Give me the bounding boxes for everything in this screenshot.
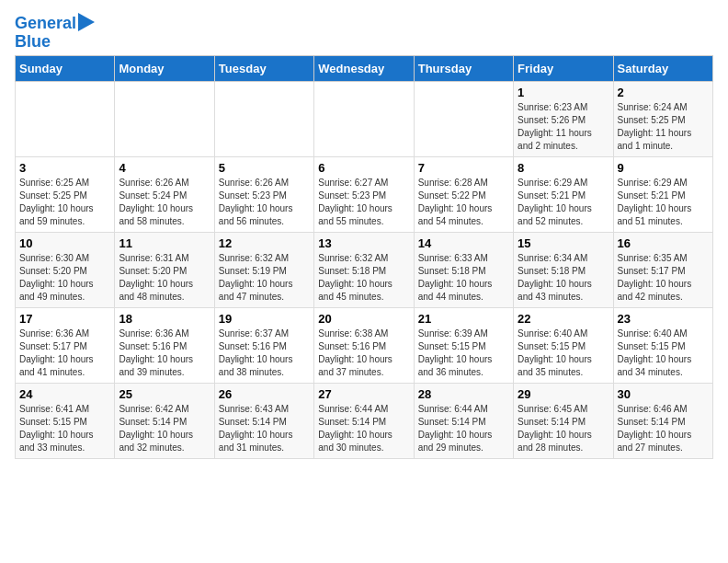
day-number: 24	[19, 387, 110, 401]
calendar-cell: 26Sunrise: 6:43 AM Sunset: 5:14 PM Dayli…	[214, 383, 313, 458]
day-number: 18	[119, 312, 210, 326]
day-number: 23	[618, 312, 709, 326]
day-number: 10	[19, 236, 110, 250]
day-info: Sunrise: 6:43 AM Sunset: 5:14 PM Dayligh…	[219, 403, 310, 454]
calendar-cell: 9Sunrise: 6:29 AM Sunset: 5:21 PM Daylig…	[613, 156, 712, 232]
logo-arrow-icon	[78, 13, 95, 31]
calendar-cell: 16Sunrise: 6:35 AM Sunset: 5:17 PM Dayli…	[613, 232, 712, 307]
calendar-week-row: 24Sunrise: 6:41 AM Sunset: 5:15 PM Dayli…	[16, 383, 713, 458]
calendar-cell: 5Sunrise: 6:26 AM Sunset: 5:23 PM Daylig…	[214, 156, 313, 232]
day-number: 21	[418, 312, 509, 326]
day-number: 4	[119, 161, 210, 175]
day-number: 5	[219, 161, 310, 175]
day-info: Sunrise: 6:31 AM Sunset: 5:20 PM Dayligh…	[119, 252, 210, 304]
calendar-cell: 22Sunrise: 6:40 AM Sunset: 5:15 PM Dayli…	[514, 307, 613, 383]
calendar-cell: 14Sunrise: 6:33 AM Sunset: 5:18 PM Dayli…	[414, 232, 513, 307]
calendar-cell: 15Sunrise: 6:34 AM Sunset: 5:18 PM Dayli…	[514, 232, 613, 307]
calendar-body: 1Sunrise: 6:23 AM Sunset: 5:26 PM Daylig…	[16, 81, 713, 458]
day-number: 2	[618, 86, 709, 99]
calendar-cell: 28Sunrise: 6:44 AM Sunset: 5:14 PM Dayli…	[414, 383, 513, 458]
calendar-cell: 1Sunrise: 6:23 AM Sunset: 5:26 PM Daylig…	[514, 81, 613, 156]
day-number: 15	[518, 236, 609, 250]
calendar-cell: 12Sunrise: 6:32 AM Sunset: 5:19 PM Dayli…	[214, 232, 313, 307]
calendar-cell	[314, 81, 414, 156]
day-number: 17	[19, 312, 110, 326]
calendar-cell: 19Sunrise: 6:37 AM Sunset: 5:16 PM Dayli…	[214, 307, 313, 383]
calendar-cell	[16, 81, 115, 156]
day-number: 11	[119, 236, 210, 250]
calendar-cell: 23Sunrise: 6:40 AM Sunset: 5:15 PM Dayli…	[613, 307, 712, 383]
day-info: Sunrise: 6:25 AM Sunset: 5:25 PM Dayligh…	[19, 177, 110, 228]
day-number: 30	[618, 387, 709, 401]
day-number: 14	[418, 236, 509, 250]
day-info: Sunrise: 6:39 AM Sunset: 5:15 PM Dayligh…	[418, 327, 509, 379]
day-number: 16	[618, 236, 709, 250]
weekday-header-row: SundayMondayTuesdayWednesdayThursdayFrid…	[16, 55, 713, 81]
calendar-cell: 6Sunrise: 6:27 AM Sunset: 5:23 PM Daylig…	[314, 156, 414, 232]
day-info: Sunrise: 6:34 AM Sunset: 5:18 PM Dayligh…	[518, 252, 609, 304]
calendar-week-row: 10Sunrise: 6:30 AM Sunset: 5:20 PM Dayli…	[16, 232, 713, 307]
day-number: 6	[318, 161, 409, 175]
day-info: Sunrise: 6:35 AM Sunset: 5:17 PM Dayligh…	[618, 252, 709, 304]
calendar-cell: 7Sunrise: 6:28 AM Sunset: 5:22 PM Daylig…	[414, 156, 513, 232]
day-number: 12	[219, 236, 310, 250]
weekday-header-cell: Tuesday	[214, 55, 313, 81]
weekday-header-cell: Sunday	[16, 55, 115, 81]
day-info: Sunrise: 6:29 AM Sunset: 5:21 PM Dayligh…	[618, 177, 709, 228]
weekday-header-cell: Thursday	[414, 55, 513, 81]
day-info: Sunrise: 6:26 AM Sunset: 5:24 PM Dayligh…	[119, 177, 210, 228]
calendar-cell: 3Sunrise: 6:25 AM Sunset: 5:25 PM Daylig…	[16, 156, 115, 232]
day-info: Sunrise: 6:36 AM Sunset: 5:17 PM Dayligh…	[19, 327, 110, 379]
day-number: 8	[518, 161, 609, 175]
calendar-cell: 29Sunrise: 6:45 AM Sunset: 5:14 PM Dayli…	[514, 383, 613, 458]
calendar-week-row: 17Sunrise: 6:36 AM Sunset: 5:17 PM Dayli…	[16, 307, 713, 383]
weekday-header-cell: Friday	[514, 55, 613, 81]
logo-text: General	[15, 15, 76, 33]
calendar-cell: 4Sunrise: 6:26 AM Sunset: 5:24 PM Daylig…	[115, 156, 214, 232]
day-info: Sunrise: 6:30 AM Sunset: 5:20 PM Dayligh…	[19, 252, 110, 304]
day-info: Sunrise: 6:41 AM Sunset: 5:15 PM Dayligh…	[19, 403, 110, 454]
day-info: Sunrise: 6:33 AM Sunset: 5:18 PM Dayligh…	[418, 252, 509, 304]
day-info: Sunrise: 6:46 AM Sunset: 5:14 PM Dayligh…	[618, 403, 709, 454]
calendar-cell: 8Sunrise: 6:29 AM Sunset: 5:21 PM Daylig…	[514, 156, 613, 232]
day-info: Sunrise: 6:36 AM Sunset: 5:16 PM Dayligh…	[119, 327, 210, 379]
calendar-cell: 18Sunrise: 6:36 AM Sunset: 5:16 PM Dayli…	[115, 307, 214, 383]
calendar-cell	[214, 81, 313, 156]
day-info: Sunrise: 6:26 AM Sunset: 5:23 PM Dayligh…	[219, 177, 310, 228]
day-info: Sunrise: 6:40 AM Sunset: 5:15 PM Dayligh…	[518, 327, 609, 379]
day-info: Sunrise: 6:45 AM Sunset: 5:14 PM Dayligh…	[518, 403, 609, 454]
day-info: Sunrise: 6:40 AM Sunset: 5:15 PM Dayligh…	[618, 327, 709, 379]
day-info: Sunrise: 6:38 AM Sunset: 5:16 PM Dayligh…	[318, 327, 409, 379]
logo-subtext: Blue	[15, 33, 51, 52]
calendar-cell	[414, 81, 513, 156]
day-number: 19	[219, 312, 310, 326]
calendar-cell: 10Sunrise: 6:30 AM Sunset: 5:20 PM Dayli…	[16, 232, 115, 307]
calendar-cell: 13Sunrise: 6:32 AM Sunset: 5:18 PM Dayli…	[314, 232, 414, 307]
day-info: Sunrise: 6:23 AM Sunset: 5:26 PM Dayligh…	[518, 101, 609, 153]
weekday-header-cell: Saturday	[613, 55, 712, 81]
calendar-cell: 20Sunrise: 6:38 AM Sunset: 5:16 PM Dayli…	[314, 307, 414, 383]
day-info: Sunrise: 6:27 AM Sunset: 5:23 PM Dayligh…	[318, 177, 409, 228]
calendar-table: SundayMondayTuesdayWednesdayThursdayFrid…	[15, 55, 713, 459]
calendar-cell	[115, 81, 214, 156]
calendar-cell: 11Sunrise: 6:31 AM Sunset: 5:20 PM Dayli…	[115, 232, 214, 307]
day-info: Sunrise: 6:44 AM Sunset: 5:14 PM Dayligh…	[318, 403, 409, 454]
calendar-week-row: 3Sunrise: 6:25 AM Sunset: 5:25 PM Daylig…	[16, 156, 713, 232]
day-info: Sunrise: 6:24 AM Sunset: 5:25 PM Dayligh…	[618, 101, 709, 153]
calendar-cell: 30Sunrise: 6:46 AM Sunset: 5:14 PM Dayli…	[613, 383, 712, 458]
day-info: Sunrise: 6:28 AM Sunset: 5:22 PM Dayligh…	[418, 177, 509, 228]
calendar-cell: 17Sunrise: 6:36 AM Sunset: 5:17 PM Dayli…	[16, 307, 115, 383]
calendar-week-row: 1Sunrise: 6:23 AM Sunset: 5:26 PM Daylig…	[16, 81, 713, 156]
calendar-cell: 27Sunrise: 6:44 AM Sunset: 5:14 PM Dayli…	[314, 383, 414, 458]
day-number: 7	[418, 161, 509, 175]
day-info: Sunrise: 6:37 AM Sunset: 5:16 PM Dayligh…	[219, 327, 310, 379]
day-info: Sunrise: 6:29 AM Sunset: 5:21 PM Dayligh…	[518, 177, 609, 228]
day-number: 22	[518, 312, 609, 326]
day-number: 20	[318, 312, 409, 326]
day-number: 28	[418, 387, 509, 401]
logo: General Blue	[15, 15, 95, 52]
calendar-cell: 24Sunrise: 6:41 AM Sunset: 5:15 PM Dayli…	[16, 383, 115, 458]
day-info: Sunrise: 6:32 AM Sunset: 5:19 PM Dayligh…	[219, 252, 310, 304]
day-number: 3	[19, 161, 110, 175]
day-number: 29	[518, 387, 609, 401]
